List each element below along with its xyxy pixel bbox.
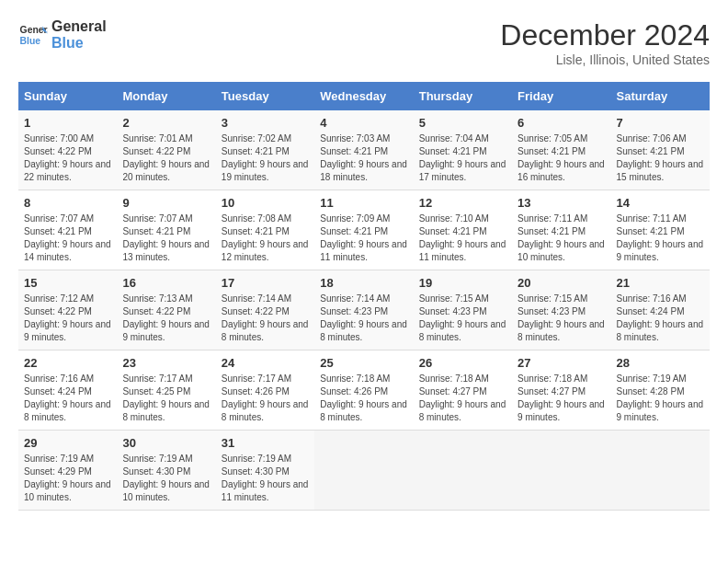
day-info: Sunrise: 7:11 AM Sunset: 4:21 PM Dayligh… bbox=[518, 213, 605, 264]
day-number: 7 bbox=[617, 116, 704, 130]
calendar-cell: 13 Sunrise: 7:11 AM Sunset: 4:21 PM Dayl… bbox=[512, 190, 610, 270]
calendar-table: SundayMondayTuesdayWednesdayThursdayFrid… bbox=[18, 82, 710, 511]
day-info: Sunrise: 7:13 AM Sunset: 4:22 PM Dayligh… bbox=[122, 293, 210, 344]
day-number: 6 bbox=[518, 116, 605, 130]
day-info: Sunrise: 7:02 AM Sunset: 4:21 PM Dayligh… bbox=[222, 132, 309, 184]
day-number: 17 bbox=[222, 276, 309, 290]
day-info: Sunrise: 7:19 AM Sunset: 4:28 PM Dayligh… bbox=[617, 373, 704, 424]
day-number: 13 bbox=[518, 196, 605, 210]
day-info: Sunrise: 7:06 AM Sunset: 4:21 PM Dayligh… bbox=[617, 132, 704, 184]
calendar-cell: 3 Sunrise: 7:02 AM Sunset: 4:21 PM Dayli… bbox=[216, 110, 314, 190]
calendar-cell bbox=[611, 431, 710, 511]
calendar-cell: 25 Sunrise: 7:18 AM Sunset: 4:26 PM Dayl… bbox=[314, 350, 413, 431]
day-info: Sunrise: 7:19 AM Sunset: 4:30 PM Dayligh… bbox=[222, 453, 309, 504]
day-number: 12 bbox=[419, 196, 506, 210]
day-number: 27 bbox=[518, 356, 605, 370]
calendar-cell: 28 Sunrise: 7:19 AM Sunset: 4:28 PM Dayl… bbox=[611, 350, 710, 431]
day-number: 30 bbox=[122, 436, 210, 450]
calendar-cell bbox=[512, 431, 610, 511]
day-header-thursday: Thursday bbox=[414, 82, 512, 110]
day-header-sunday: Sunday bbox=[18, 82, 117, 110]
day-header-monday: Monday bbox=[117, 82, 215, 110]
day-header-friday: Friday bbox=[512, 82, 610, 110]
week-row-1: 1 Sunrise: 7:00 AM Sunset: 4:22 PM Dayli… bbox=[18, 110, 710, 190]
day-info: Sunrise: 7:00 AM Sunset: 4:22 PM Dayligh… bbox=[24, 132, 111, 184]
week-row-5: 29 Sunrise: 7:19 AM Sunset: 4:29 PM Dayl… bbox=[18, 431, 710, 511]
day-number: 2 bbox=[122, 116, 210, 130]
calendar-cell: 20 Sunrise: 7:15 AM Sunset: 4:23 PM Dayl… bbox=[512, 270, 610, 350]
calendar-cell: 26 Sunrise: 7:18 AM Sunset: 4:27 PM Dayl… bbox=[414, 350, 512, 431]
calendar-cell: 5 Sunrise: 7:04 AM Sunset: 4:21 PM Dayli… bbox=[414, 110, 512, 190]
calendar-cell: 7 Sunrise: 7:06 AM Sunset: 4:21 PM Dayli… bbox=[611, 110, 710, 190]
day-info: Sunrise: 7:18 AM Sunset: 4:26 PM Dayligh… bbox=[320, 373, 407, 424]
day-number: 24 bbox=[222, 356, 309, 370]
day-info: Sunrise: 7:10 AM Sunset: 4:21 PM Dayligh… bbox=[419, 213, 506, 264]
day-number: 31 bbox=[222, 436, 309, 450]
day-info: Sunrise: 7:01 AM Sunset: 4:22 PM Dayligh… bbox=[122, 132, 210, 184]
logo: General Blue General Blue bbox=[18, 18, 107, 51]
day-number: 28 bbox=[617, 356, 704, 370]
calendar-cell: 9 Sunrise: 7:07 AM Sunset: 4:21 PM Dayli… bbox=[117, 190, 215, 270]
day-header-tuesday: Tuesday bbox=[216, 82, 314, 110]
day-info: Sunrise: 7:11 AM Sunset: 4:21 PM Dayligh… bbox=[617, 213, 704, 264]
day-number: 11 bbox=[320, 196, 407, 210]
day-number: 20 bbox=[518, 276, 605, 290]
month-title: December 2024 bbox=[500, 18, 710, 52]
day-number: 9 bbox=[122, 196, 210, 210]
day-number: 21 bbox=[617, 276, 704, 290]
calendar-cell: 19 Sunrise: 7:15 AM Sunset: 4:23 PM Dayl… bbox=[414, 270, 512, 350]
title-area: December 2024 Lisle, Illinois, United St… bbox=[500, 18, 710, 67]
day-number: 15 bbox=[24, 276, 111, 290]
calendar-cell: 11 Sunrise: 7:09 AM Sunset: 4:21 PM Dayl… bbox=[314, 190, 413, 270]
day-header-saturday: Saturday bbox=[611, 82, 710, 110]
day-info: Sunrise: 7:19 AM Sunset: 4:30 PM Dayligh… bbox=[122, 453, 210, 504]
day-info: Sunrise: 7:17 AM Sunset: 4:25 PM Dayligh… bbox=[122, 373, 210, 424]
calendar-cell: 30 Sunrise: 7:19 AM Sunset: 4:30 PM Dayl… bbox=[117, 431, 215, 511]
day-info: Sunrise: 7:07 AM Sunset: 4:21 PM Dayligh… bbox=[122, 213, 210, 264]
logo-icon: General Blue bbox=[18, 20, 48, 50]
day-info: Sunrise: 7:14 AM Sunset: 4:23 PM Dayligh… bbox=[320, 293, 407, 344]
day-info: Sunrise: 7:07 AM Sunset: 4:21 PM Dayligh… bbox=[24, 213, 111, 264]
calendar-cell: 1 Sunrise: 7:00 AM Sunset: 4:22 PM Dayli… bbox=[18, 110, 117, 190]
day-info: Sunrise: 7:16 AM Sunset: 4:24 PM Dayligh… bbox=[24, 373, 111, 424]
location: Lisle, Illinois, United States bbox=[500, 52, 710, 67]
week-row-3: 15 Sunrise: 7:12 AM Sunset: 4:22 PM Dayl… bbox=[18, 270, 710, 350]
day-number: 4 bbox=[320, 116, 407, 130]
day-info: Sunrise: 7:03 AM Sunset: 4:21 PM Dayligh… bbox=[320, 132, 407, 184]
day-info: Sunrise: 7:04 AM Sunset: 4:21 PM Dayligh… bbox=[419, 132, 506, 184]
day-info: Sunrise: 7:18 AM Sunset: 4:27 PM Dayligh… bbox=[518, 373, 605, 424]
calendar-cell: 4 Sunrise: 7:03 AM Sunset: 4:21 PM Dayli… bbox=[314, 110, 413, 190]
day-number: 16 bbox=[122, 276, 210, 290]
calendar-cell: 22 Sunrise: 7:16 AM Sunset: 4:24 PM Dayl… bbox=[18, 350, 117, 431]
calendar-cell: 8 Sunrise: 7:07 AM Sunset: 4:21 PM Dayli… bbox=[18, 190, 117, 270]
calendar-cell: 12 Sunrise: 7:10 AM Sunset: 4:21 PM Dayl… bbox=[414, 190, 512, 270]
calendar-cell: 29 Sunrise: 7:19 AM Sunset: 4:29 PM Dayl… bbox=[18, 431, 117, 511]
day-number: 10 bbox=[222, 196, 309, 210]
calendar-cell: 14 Sunrise: 7:11 AM Sunset: 4:21 PM Dayl… bbox=[611, 190, 710, 270]
day-number: 1 bbox=[24, 116, 111, 130]
day-info: Sunrise: 7:12 AM Sunset: 4:22 PM Dayligh… bbox=[24, 293, 111, 344]
day-number: 3 bbox=[222, 116, 309, 130]
day-number: 5 bbox=[419, 116, 506, 130]
calendar-cell: 21 Sunrise: 7:16 AM Sunset: 4:24 PM Dayl… bbox=[611, 270, 710, 350]
day-info: Sunrise: 7:05 AM Sunset: 4:21 PM Dayligh… bbox=[518, 132, 605, 184]
svg-text:Blue: Blue bbox=[20, 35, 41, 45]
day-number: 22 bbox=[24, 356, 111, 370]
day-number: 18 bbox=[320, 276, 407, 290]
calendar-cell: 24 Sunrise: 7:17 AM Sunset: 4:26 PM Dayl… bbox=[216, 350, 314, 431]
day-info: Sunrise: 7:17 AM Sunset: 4:26 PM Dayligh… bbox=[222, 373, 309, 424]
calendar-cell: 17 Sunrise: 7:14 AM Sunset: 4:22 PM Dayl… bbox=[216, 270, 314, 350]
day-number: 8 bbox=[24, 196, 111, 210]
calendar-cell: 18 Sunrise: 7:14 AM Sunset: 4:23 PM Dayl… bbox=[314, 270, 413, 350]
day-info: Sunrise: 7:15 AM Sunset: 4:23 PM Dayligh… bbox=[518, 293, 605, 344]
day-number: 26 bbox=[419, 356, 506, 370]
calendar-cell: 31 Sunrise: 7:19 AM Sunset: 4:30 PM Dayl… bbox=[216, 431, 314, 511]
calendar-cell bbox=[414, 431, 512, 511]
day-number: 23 bbox=[122, 356, 210, 370]
header: General Blue General Blue December 2024 … bbox=[18, 18, 710, 67]
day-header-wednesday: Wednesday bbox=[314, 82, 413, 110]
calendar-cell: 2 Sunrise: 7:01 AM Sunset: 4:22 PM Dayli… bbox=[117, 110, 215, 190]
day-info: Sunrise: 7:15 AM Sunset: 4:23 PM Dayligh… bbox=[419, 293, 506, 344]
logo-general: General bbox=[51, 18, 107, 35]
calendar-cell: 16 Sunrise: 7:13 AM Sunset: 4:22 PM Dayl… bbox=[117, 270, 215, 350]
